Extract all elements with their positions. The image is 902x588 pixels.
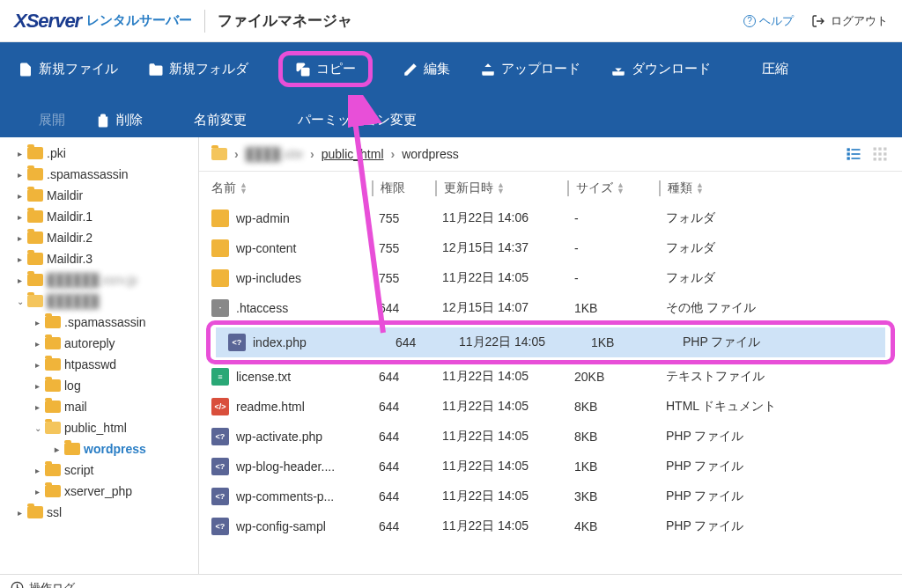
- caret-icon[interactable]: ⌄: [33, 424, 41, 432]
- svg-rect-0: [301, 67, 310, 76]
- file-plus-icon: [18, 62, 33, 77]
- file-row[interactable]: ≡license.txt64411月22日 14:0520KBテキストファイル: [199, 362, 902, 392]
- file-name: license.txt: [236, 370, 291, 384]
- caret-icon[interactable]: ▸: [16, 276, 24, 284]
- file-row[interactable]: <?wp-activate.php64411月22日 14:058KBPHP フ…: [199, 422, 902, 452]
- caret-icon[interactable]: ⌄: [16, 298, 24, 305]
- file-row[interactable]: wp-admin75511月22日 14:06-フォルダ: [199, 203, 902, 233]
- caret-icon[interactable]: ▸: [16, 171, 24, 179]
- help-link[interactable]: ? ヘルプ: [743, 13, 794, 29]
- tree-item[interactable]: ▸mail: [0, 396, 198, 417]
- col-type[interactable]: 種類▲▼: [659, 180, 890, 196]
- caret-icon[interactable]: ▸: [53, 445, 61, 453]
- file-row[interactable]: wp-content75512月15日 14:37-フォルダ: [199, 233, 902, 263]
- delete-button[interactable]: 削除: [95, 112, 143, 129]
- tree-item[interactable]: ▸.spamassassin: [0, 164, 198, 185]
- tree-item[interactable]: ⌄public_html: [0, 417, 198, 438]
- rename-button[interactable]: 名前変更: [173, 112, 247, 129]
- grid-view-icon[interactable]: [870, 144, 890, 164]
- copy-button[interactable]: コピー: [278, 51, 373, 87]
- svg-rect-1: [847, 148, 850, 151]
- caret-icon[interactable]: ▸: [33, 340, 41, 348]
- label: 新規ファイル: [39, 61, 118, 77]
- tree-item[interactable]: ▸log: [0, 375, 198, 396]
- file-row[interactable]: wp-includes75511月22日 14:05-フォルダ: [199, 263, 902, 293]
- rename-icon: [173, 113, 189, 129]
- tree-label: .spamassassin: [64, 315, 146, 329]
- tree-item[interactable]: ▸ssl: [0, 502, 198, 523]
- compress-button[interactable]: 圧縮: [741, 61, 788, 77]
- caret-icon[interactable]: ▸: [33, 382, 41, 390]
- file-row[interactable]: <?wp-comments-p...64411月22日 14:053KBPHP …: [199, 481, 902, 511]
- caret-icon[interactable]: ▸: [33, 361, 41, 369]
- tree-item[interactable]: ▸Maildir: [0, 185, 198, 206]
- tree-item[interactable]: ▸wordpress: [0, 438, 198, 459]
- caret-icon[interactable]: ▸: [33, 467, 41, 474]
- permission-button[interactable]: パーミッション変更: [277, 112, 417, 129]
- tree-item[interactable]: ▸script: [0, 459, 198, 481]
- logout-link[interactable]: ログアウト: [811, 13, 888, 29]
- file-row[interactable]: ·.htaccess64412月15日 14:071KBその他 ファイル: [199, 293, 902, 323]
- col-date[interactable]: 更新日時▲▼: [435, 180, 567, 196]
- breadcrumb-site[interactable]: ████.site: [246, 147, 303, 161]
- tree-item[interactable]: ⌄██████: [0, 290, 198, 312]
- caret-icon[interactable]: ▸: [33, 319, 41, 327]
- file-row[interactable]: <?index.php64411月22日 14:051KBPHP ファイル: [216, 327, 885, 357]
- label: ダウンロード: [632, 61, 711, 77]
- caret-icon[interactable]: ▸: [33, 488, 41, 496]
- tree-item[interactable]: ▸Maildir.2: [0, 227, 198, 248]
- folder-icon[interactable]: [211, 148, 227, 160]
- tree-item[interactable]: ▸.spamassassin: [0, 312, 198, 333]
- svg-rect-8: [878, 148, 881, 151]
- breadcrumb: › ████.site › public_html › wordpress: [199, 137, 902, 172]
- operation-log-label[interactable]: 操作ログ: [29, 580, 75, 589]
- breadcrumb-wordpress[interactable]: wordpress: [402, 147, 459, 161]
- file-name: index.php: [253, 335, 307, 349]
- file-row[interactable]: </>readme.html64411月22日 14:058KBHTML ドキュ…: [199, 392, 902, 422]
- col-size[interactable]: サイズ▲▼: [567, 180, 659, 196]
- download-button[interactable]: ダウンロード: [610, 61, 711, 77]
- folder-icon: [45, 337, 61, 349]
- tree-item[interactable]: ▸autoreply: [0, 333, 198, 354]
- caret-icon[interactable]: ▸: [16, 150, 24, 158]
- caret-icon[interactable]: ▸: [16, 213, 24, 221]
- label: 編集: [424, 61, 450, 77]
- file-type: HTML ドキュメント: [659, 399, 890, 415]
- edit-button[interactable]: 編集: [403, 61, 450, 77]
- caret-icon[interactable]: ▸: [16, 509, 24, 517]
- caret-icon[interactable]: ▸: [16, 234, 24, 242]
- file-row[interactable]: <?wp-blog-header....64411月22日 14:051KBPH…: [199, 452, 902, 481]
- tree-item[interactable]: ▸xserver_php: [0, 481, 198, 502]
- file-date: 11月22日 14:06: [435, 210, 567, 226]
- breadcrumb-public-html[interactable]: public_html: [322, 147, 384, 161]
- svg-rect-6: [852, 158, 861, 159]
- tree-item[interactable]: ▸██████.xsrv.jp: [0, 269, 198, 290]
- label: アップロード: [501, 61, 580, 77]
- label: 名前変更: [194, 112, 247, 129]
- tree-item[interactable]: ▸.pki: [0, 143, 198, 164]
- folder-tree[interactable]: ▸.pki▸.spamassassin▸Maildir▸Maildir.1▸Ma…: [0, 137, 199, 574]
- new-folder-button[interactable]: 新規フォルダ: [148, 61, 248, 77]
- list-view-icon[interactable]: [844, 144, 863, 164]
- file-size: 8KB: [567, 400, 659, 414]
- caret-icon[interactable]: ▸: [33, 403, 41, 411]
- folder-icon: [45, 401, 61, 413]
- tree-item[interactable]: ▸Maildir.3: [0, 248, 198, 269]
- new-file-button[interactable]: 新規ファイル: [18, 61, 118, 77]
- folder-icon: [27, 210, 43, 223]
- col-permission[interactable]: 権限: [372, 180, 435, 196]
- upload-button[interactable]: アップロード: [480, 61, 580, 77]
- file-perm: 644: [372, 370, 435, 384]
- caret-icon[interactable]: ▸: [16, 192, 24, 200]
- main-toolbar: 新規ファイル 新規フォルダ コピー 編集 アップロード ダウンロード 圧縮 展開…: [0, 42, 902, 137]
- file-size: -: [567, 271, 659, 285]
- file-row[interactable]: <?wp-config-sampl64411月22日 14:054KBPHP フ…: [199, 511, 902, 541]
- label: 展開: [39, 112, 65, 129]
- pencil-icon: [403, 62, 418, 77]
- tree-item[interactable]: ▸htpasswd: [0, 354, 198, 375]
- file-name: wp-config-sampl: [236, 519, 326, 533]
- svg-rect-4: [852, 149, 861, 151]
- caret-icon[interactable]: ▸: [16, 255, 24, 263]
- tree-item[interactable]: ▸Maildir.1: [0, 206, 198, 227]
- col-name[interactable]: 名前▲▼: [211, 180, 372, 196]
